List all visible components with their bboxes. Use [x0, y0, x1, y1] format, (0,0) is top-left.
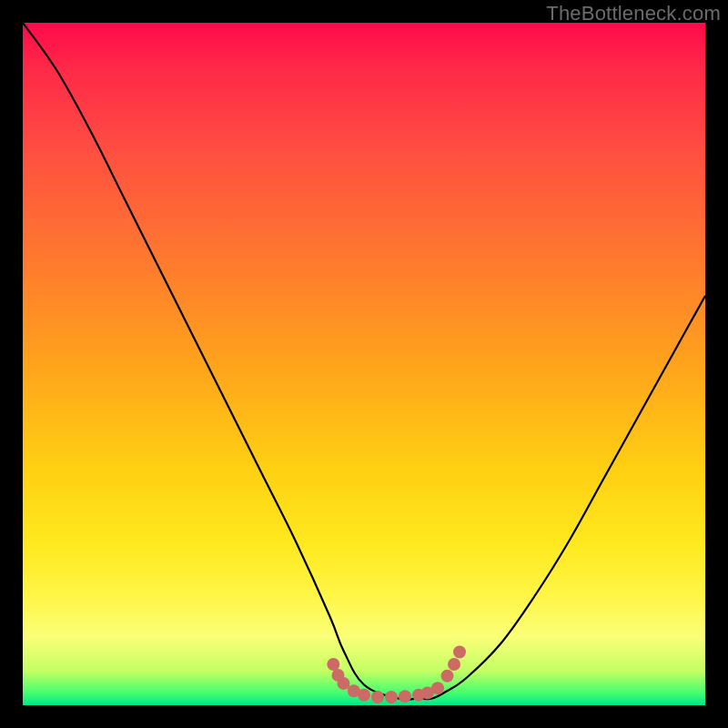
- marker-dot: [399, 690, 411, 703]
- marker-dot: [431, 682, 444, 694]
- marker-dot: [385, 691, 398, 703]
- chart-frame: TheBottleneck.com: [0, 0, 728, 728]
- marker-dot: [358, 689, 370, 702]
- marker-dot: [448, 658, 460, 671]
- marker-dot: [327, 658, 339, 671]
- marker-dot: [371, 691, 384, 703]
- plot-area: [23, 23, 705, 705]
- marker-dot: [338, 677, 350, 690]
- marker-dot: [453, 646, 466, 659]
- highlight-markers: [327, 646, 466, 704]
- marker-dot: [441, 670, 454, 682]
- chart-svg: [23, 23, 705, 705]
- bottleneck-curve: [23, 23, 705, 700]
